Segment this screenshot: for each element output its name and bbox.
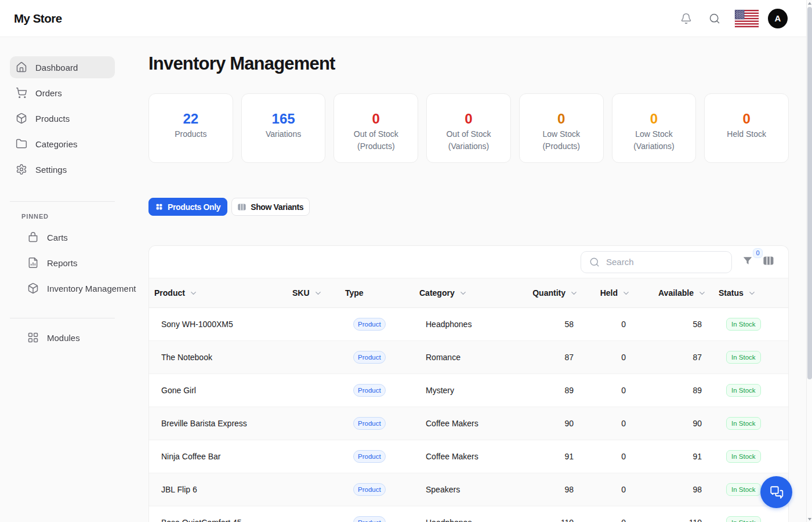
cell-sku [287, 440, 340, 473]
global-search-button[interactable] [708, 12, 721, 25]
sidebar-item-carts[interactable]: Carts [10, 226, 115, 248]
type-badge: Product [353, 450, 386, 463]
filter-button[interactable]: 0 [742, 256, 753, 266]
show-variants-button[interactable]: Show Variants [231, 198, 310, 216]
cell-sku [287, 341, 340, 374]
column-header-sku[interactable]: SKU [287, 278, 340, 308]
column-header-available[interactable]: Available [635, 278, 711, 308]
cell-held: 0 [583, 341, 635, 374]
inventory-table-card: 0 Product SKU Type Category [148, 245, 789, 522]
table-row[interactable]: Ninja Coffee Bar Product Coffee Makers 9… [149, 440, 788, 473]
cell-available: 90 [635, 407, 711, 440]
topbar-actions: A [680, 9, 788, 28]
table-row[interactable]: Breville Barista Express Product Coffee … [149, 407, 788, 440]
table-row[interactable]: JBL Flip 6 Product Speakers 98 0 98 In S… [149, 473, 788, 506]
cell-status: In Stock [711, 308, 788, 341]
stat-label: Low Stock (Products) [520, 128, 603, 153]
language-selector[interactable] [735, 10, 759, 27]
cell-category: Headphones [414, 308, 519, 341]
status-badge: In Stock [726, 483, 761, 496]
scrollbar-up-arrow[interactable] [807, 1, 812, 6]
cell-status: In Stock [711, 506, 788, 522]
sidebar-item-reports[interactable]: Reports [10, 252, 115, 274]
shopping-bag-icon [27, 231, 39, 243]
cell-held: 0 [583, 374, 635, 407]
stat-card-low-stock-variations: 0 Low Stock (Variations) [612, 93, 697, 163]
sidebar-item-label: Settings [35, 165, 67, 175]
chevron-down-icon [314, 289, 322, 298]
cell-quantity: 89 [519, 374, 583, 407]
products-only-button[interactable]: Products Only [148, 198, 227, 216]
column-header-quantity[interactable]: Quantity [519, 278, 583, 308]
type-badge: Product [353, 516, 386, 522]
stat-value: 0 [520, 111, 603, 126]
cell-quantity: 98 [519, 473, 583, 506]
chevron-down-icon [622, 289, 630, 298]
sidebar: Dashboard Orders Products Categories Set… [0, 37, 124, 522]
cell-product: The Notebook [149, 341, 287, 374]
chevron-down-icon [570, 289, 578, 298]
sidebar-item-modules[interactable]: Modules [10, 327, 115, 349]
stat-card-variations: 165 Variations [241, 93, 326, 163]
scrollbar-down-arrow[interactable] [807, 517, 812, 521]
cell-type: Product [340, 308, 414, 341]
cell-quantity: 87 [519, 341, 583, 374]
sidebar-item-label: Categories [35, 139, 78, 149]
stat-label: Products [149, 128, 233, 140]
cell-type: Product [340, 440, 414, 473]
sidebar-item-label: Reports [47, 258, 78, 268]
sidebar-divider [10, 318, 115, 318]
scrollbar-thumb[interactable] [807, 7, 812, 379]
cell-product: Ninja Coffee Bar [149, 440, 287, 473]
sidebar-item-settings[interactable]: Settings [10, 158, 115, 180]
column-header-type[interactable]: Type [340, 278, 414, 308]
columns-icon [763, 256, 774, 265]
sidebar-item-dashboard[interactable]: Dashboard [10, 56, 115, 78]
cell-sku [287, 506, 340, 522]
table-row[interactable]: Gone Girl Product Mystery 89 0 89 In Sto… [149, 374, 788, 407]
type-badge: Product [353, 384, 386, 397]
avatar[interactable]: A [768, 9, 788, 28]
cell-held: 0 [583, 506, 635, 522]
sidebar-item-categories[interactable]: Categories [10, 133, 115, 155]
column-header-status[interactable]: Status [711, 278, 788, 308]
cell-held: 0 [583, 473, 635, 506]
column-header-category[interactable]: Category [414, 278, 519, 308]
cell-held: 0 [583, 440, 635, 473]
stat-label: Out of Stock (Variations) [427, 128, 510, 153]
column-header-product[interactable]: Product [149, 278, 287, 308]
report-icon [27, 257, 39, 269]
chat-button[interactable] [760, 476, 792, 508]
cell-product: Breville Barista Express [149, 407, 287, 440]
stat-label: Held Stock [705, 128, 788, 140]
page-scrollbar[interactable] [806, 0, 812, 522]
column-settings-button[interactable] [763, 256, 774, 265]
cell-sku [287, 407, 340, 440]
folder-icon [16, 138, 27, 150]
cell-held: 0 [583, 407, 635, 440]
sidebar-item-products[interactable]: Products [10, 107, 115, 129]
table-search-input[interactable] [606, 257, 724, 267]
column-header-held[interactable]: Held [583, 278, 635, 308]
stat-card-out-of-stock-variations: 0 Out of Stock (Variations) [426, 93, 511, 163]
stat-value: 0 [612, 111, 696, 126]
cell-category: Romance [414, 341, 519, 374]
cell-available: 91 [635, 440, 711, 473]
view-toggle: Products Only Show Variants [148, 198, 789, 216]
stat-card-low-stock-products: 0 Low Stock (Products) [519, 93, 604, 163]
sidebar-item-label: Carts [47, 233, 68, 242]
stat-card-products: 22 Products [148, 93, 233, 163]
table-row[interactable]: The Notebook Product Romance 87 0 87 In … [149, 341, 788, 374]
avatar-initial: A [775, 13, 781, 23]
stat-value: 0 [705, 111, 788, 126]
notifications-button[interactable] [680, 12, 693, 25]
sidebar-item-inventory-management[interactable]: Inventory Management [10, 277, 115, 299]
cell-category: Speakers [414, 473, 519, 506]
table-row[interactable]: Sony WH-1000XM5 Product Headphones 58 0 … [149, 308, 788, 341]
sidebar-item-label: Products [35, 114, 70, 124]
cell-quantity: 110 [519, 506, 583, 522]
table-row[interactable]: Bose QuietComfort 45 Product Headphones … [149, 506, 788, 522]
type-badge: Product [353, 483, 386, 496]
pinned-section-title: PINNED [21, 213, 124, 220]
sidebar-item-orders[interactable]: Orders [10, 82, 115, 104]
